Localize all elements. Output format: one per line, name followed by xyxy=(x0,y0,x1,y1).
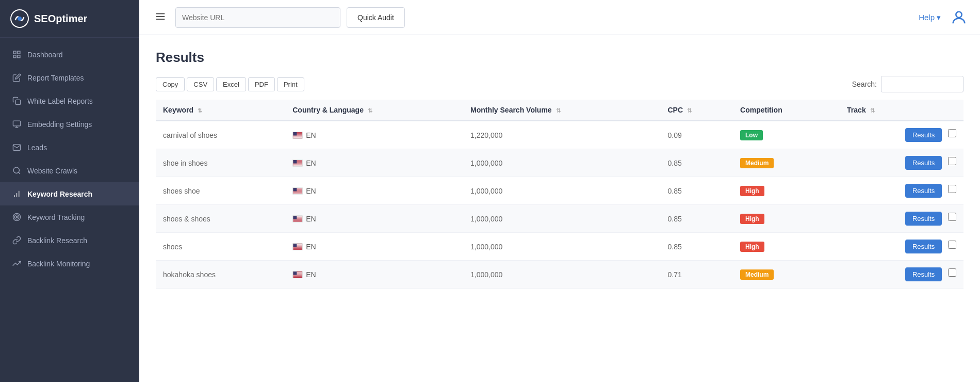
seoptimer-logo-icon xyxy=(10,9,29,28)
sidebar-item-keyword-tracking-label: Keyword Tracking xyxy=(27,213,85,221)
sidebar-item-backlink-research[interactable]: Backlink Research xyxy=(0,229,139,252)
sidebar-item-keyword-research[interactable]: Keyword Research xyxy=(0,182,139,205)
sidebar-nav: Dashboard Report Templates White Label R… xyxy=(0,38,139,382)
svg-rect-3 xyxy=(18,51,20,54)
col-header-country-language[interactable]: Country & Language ⇅ xyxy=(285,100,463,121)
sidebar-item-report-templates[interactable]: Report Templates xyxy=(0,66,139,89)
grid-icon xyxy=(12,50,21,59)
results-button[interactable]: Results xyxy=(905,240,942,253)
cell-msv: 1,000,000 xyxy=(463,177,660,205)
csv-button[interactable]: CSV xyxy=(187,77,214,91)
cell-track: Results xyxy=(840,205,963,233)
pdf-button[interactable]: PDF xyxy=(248,77,275,91)
cell-competition: High xyxy=(733,177,840,205)
svg-rect-52 xyxy=(293,221,302,221)
table-header-row: Keyword ⇅ Country & Language ⇅ Monthly S… xyxy=(156,100,963,121)
url-input[interactable] xyxy=(175,7,340,28)
svg-rect-45 xyxy=(293,188,297,191)
cell-track: Results xyxy=(840,149,963,177)
svg-rect-51 xyxy=(293,220,302,220)
svg-rect-28 xyxy=(293,137,302,138)
sidebar-item-website-crawls-label: Website Crawls xyxy=(27,167,77,175)
track-checkbox[interactable] xyxy=(948,213,956,221)
col-header-competition[interactable]: Competition xyxy=(733,100,840,121)
cell-country: EN xyxy=(285,149,463,177)
user-avatar-icon[interactable] xyxy=(950,9,968,26)
sidebar-item-website-crawls[interactable]: Website Crawls xyxy=(0,159,139,182)
msv-sort-icon: ⇅ xyxy=(556,107,561,114)
track-checkbox[interactable] xyxy=(948,268,956,277)
track-checkbox[interactable] xyxy=(948,241,956,249)
svg-rect-66 xyxy=(293,275,302,275)
track-checkbox[interactable] xyxy=(948,185,956,193)
results-button[interactable]: Results xyxy=(905,267,942,281)
sidebar-item-backlink-research-label: Backlink Research xyxy=(27,236,87,245)
cell-msv: 1,000,000 xyxy=(463,233,660,261)
table-row: shoe in shoes EN 1,000,000 0.85 Medium R… xyxy=(156,149,963,177)
svg-rect-58 xyxy=(293,247,302,247)
cell-competition: High xyxy=(733,205,840,233)
sidebar-item-leads[interactable]: Leads xyxy=(0,136,139,159)
cell-msv: 1,000,000 xyxy=(463,205,660,233)
results-button[interactable]: Results xyxy=(905,128,942,142)
svg-rect-35 xyxy=(293,164,302,165)
sidebar-item-dashboard[interactable]: Dashboard xyxy=(0,43,139,66)
svg-rect-67 xyxy=(293,276,302,276)
cell-country: EN xyxy=(285,205,463,233)
sidebar: SEOptimer Dashboard Report Templates Whi… xyxy=(0,0,139,382)
cell-keyword: hokahoka shoes xyxy=(156,261,285,289)
cell-country: EN xyxy=(285,261,463,289)
sidebar-item-backlink-monitoring-label: Backlink Monitoring xyxy=(27,260,90,268)
svg-rect-60 xyxy=(293,249,302,249)
col-header-keyword[interactable]: Keyword ⇅ xyxy=(156,100,285,121)
results-button[interactable]: Results xyxy=(905,156,942,170)
svg-rect-37 xyxy=(293,160,297,163)
track-sort-icon: ⇅ xyxy=(870,107,875,114)
sidebar-item-dashboard-label: Dashboard xyxy=(27,51,63,59)
cell-cpc: 0.85 xyxy=(660,177,733,205)
cell-country: EN xyxy=(285,177,463,205)
help-chevron-icon: ▾ xyxy=(937,13,941,22)
sidebar-item-white-label-reports[interactable]: White Label Reports xyxy=(0,89,139,113)
cell-track: Results xyxy=(840,233,963,261)
menu-toggle-button[interactable] xyxy=(152,8,169,27)
sidebar-item-embedding-settings-label: Embedding Settings xyxy=(27,120,92,129)
sidebar-logo: SEOptimer xyxy=(0,0,139,38)
cell-country: EN xyxy=(285,233,463,261)
svg-point-16 xyxy=(14,215,19,219)
quick-audit-button[interactable]: Quick Audit xyxy=(347,7,405,28)
monitor-icon xyxy=(12,120,21,129)
track-checkbox[interactable] xyxy=(948,157,956,165)
svg-rect-7 xyxy=(13,121,20,126)
sidebar-item-embedding-settings[interactable]: Embedding Settings xyxy=(0,113,139,136)
cell-keyword: shoes shoe xyxy=(156,177,285,205)
track-checkbox[interactable] xyxy=(948,129,956,137)
col-header-cpc[interactable]: CPC ⇅ xyxy=(660,100,733,121)
excel-button[interactable]: Excel xyxy=(216,77,246,91)
col-header-track[interactable]: Track ⇅ xyxy=(840,100,963,121)
results-button[interactable]: Results xyxy=(905,184,942,198)
sidebar-item-backlink-monitoring[interactable]: Backlink Monitoring xyxy=(0,252,139,275)
svg-rect-34 xyxy=(293,163,302,164)
svg-point-17 xyxy=(16,216,18,218)
svg-rect-61 xyxy=(293,244,297,247)
cell-keyword: carnival of shoes xyxy=(156,121,285,149)
target-icon xyxy=(12,213,21,221)
brand-name: SEOptimer xyxy=(34,13,87,25)
search-input[interactable] xyxy=(881,76,963,92)
cell-keyword: shoes & shoes xyxy=(156,205,285,233)
table-row: shoes EN 1,000,000 0.85 High Results xyxy=(156,233,963,261)
link-icon xyxy=(12,236,21,245)
cell-keyword: shoe in shoes xyxy=(156,149,285,177)
results-button[interactable]: Results xyxy=(905,212,942,226)
svg-point-10 xyxy=(13,167,19,173)
sidebar-item-keyword-tracking[interactable]: Keyword Tracking xyxy=(0,205,139,229)
svg-rect-59 xyxy=(293,248,302,248)
svg-rect-50 xyxy=(293,219,302,219)
print-button[interactable]: Print xyxy=(277,77,304,91)
help-button[interactable]: Help ▾ xyxy=(919,13,941,22)
search-icon xyxy=(12,166,21,175)
cell-cpc: 0.85 xyxy=(660,233,733,261)
col-header-monthly-search-volume[interactable]: Monthly Search Volume ⇅ xyxy=(463,100,660,121)
copy-button[interactable]: Copy xyxy=(156,77,185,91)
